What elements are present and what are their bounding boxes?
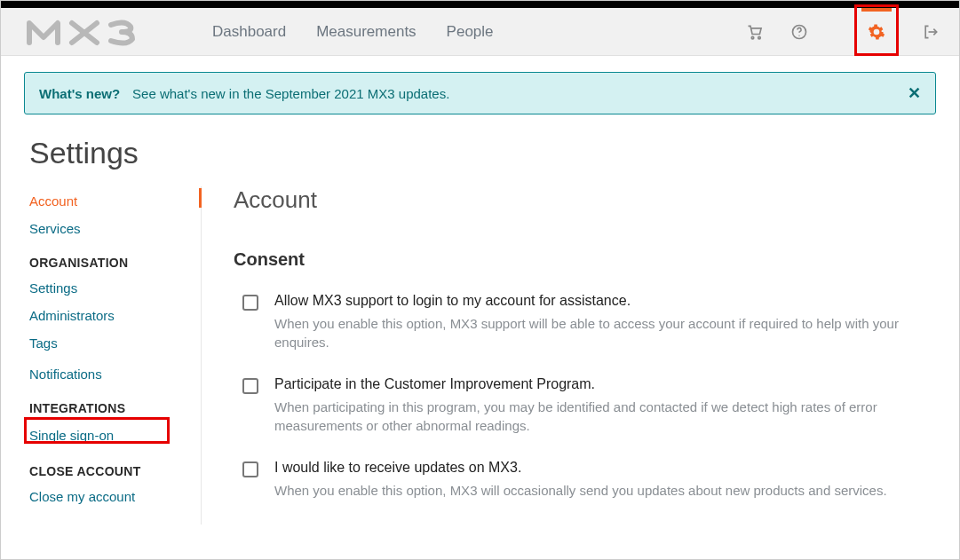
sidebar-section-organisation: ORGANISATION [29,256,192,270]
checkbox[interactable] [242,378,258,394]
nav-people[interactable]: People [447,23,494,41]
banner-text: See what's new in the September 2021 MX3… [132,86,449,101]
whats-new-banner: What's new? See what's new in the Septem… [24,72,936,114]
consent-title: I would like to receive updates on MX3. [274,460,887,476]
close-icon[interactable]: ✕ [908,83,921,103]
consent-item: Participate in the Customer Improvement … [242,376,936,435]
cart-icon[interactable] [744,21,766,43]
main-nav: Dashboard Measurements People [212,23,494,41]
main-panel: Account Consent Allow MX3 support to log… [202,186,936,525]
logout-icon[interactable] [920,21,941,43]
consent-title: Allow MX3 support to login to my account… [274,293,936,309]
checkbox[interactable] [242,295,258,311]
page-title: Settings [29,136,959,170]
svg-point-1 [758,36,761,38]
consent-item: Allow MX3 support to login to my account… [242,293,936,351]
consent-desc: When participating in this program, you … [274,398,936,435]
sidebar-item-notifications[interactable]: Notifications [29,363,192,385]
settings-sidebar: Account Services ORGANISATION Settings A… [29,186,202,525]
nav-dashboard[interactable]: Dashboard [212,23,286,41]
sidebar-item-administrators[interactable]: Administrators [29,304,192,327]
help-icon[interactable] [789,21,810,43]
sidebar-section-close: CLOSE ACCOUNT [29,464,192,478]
banner-label: What's new? [39,86,120,101]
sidebar-item-account[interactable]: Account [29,190,192,212]
sidebar-item-sso-wrap: Single sign-on [29,422,119,448]
sidebar-section-integrations: INTEGRATIONS [29,401,192,415]
consent-list: Allow MX3 support to login to my account… [234,293,936,500]
consent-desc: When you enable this option, MX3 support… [274,314,936,351]
sidebar-item-tags[interactable]: Tags [29,332,192,354]
sidebar-item-close-account[interactable]: Close my account [29,485,192,508]
svg-point-3 [798,35,799,35]
consent-heading: Consent [234,249,936,270]
nav-measurements[interactable]: Measurements [316,23,416,41]
sidebar-item-sso[interactable]: Single sign-on [29,424,114,446]
settings-button[interactable] [856,8,897,56]
main-heading: Account [234,186,936,214]
sidebar-item-services[interactable]: Services [29,217,192,240]
topbar: Dashboard Measurements People [1,8,959,56]
consent-item: I would like to receive updates on MX3. … [242,460,936,500]
logo-mx3[interactable] [26,8,177,55]
svg-point-0 [751,36,754,38]
checkbox[interactable] [242,461,258,477]
topbar-right [744,8,941,56]
gear-icon [866,21,887,43]
consent-desc: When you enable this option, MX3 will oc… [274,481,887,500]
sidebar-item-settings[interactable]: Settings [29,277,192,299]
consent-title: Participate in the Customer Improvement … [274,376,936,392]
active-indicator [861,8,892,12]
content: Account Services ORGANISATION Settings A… [1,186,959,525]
